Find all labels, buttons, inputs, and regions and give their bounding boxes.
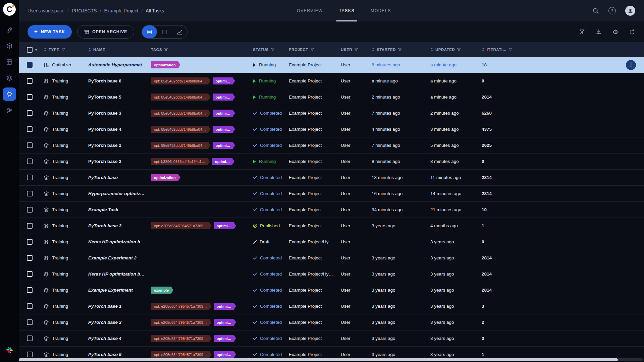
tag[interactable]: opt: 85e5482ddd7149b8ba04… [151,126,211,133]
dashboard-icon[interactable] [3,23,16,37]
breadcrumb-project[interactable]: Example Project [104,8,139,13]
filter-icon[interactable] [508,48,513,52]
task-name[interactable]: Example Experiment 2 [88,255,151,260]
task-name[interactable]: Example Task [88,207,151,212]
column-header-user[interactable]: USER [341,48,372,52]
task-row[interactable]: OptimizerAutomatic Hyperparamete…optimiz… [19,57,644,73]
tag[interactable]: optimi… [212,158,234,165]
tag[interactable]: opt: 85e5482ddd7149b8ba04… [151,77,211,84]
auto-refresh-icon[interactable] [629,29,635,35]
tag[interactable]: optimi… [213,126,235,133]
row-checkbox[interactable] [27,62,33,68]
tag[interactable]: opt: e205d684f7954571a7309… [151,319,212,326]
task-name[interactable]: PyTorch base 3 [88,223,151,228]
filter-icon[interactable] [61,48,65,52]
column-header-select[interactable]: ▾ [19,47,44,53]
tag[interactable]: opt: b3896b0363cd43c194c1… [151,158,210,165]
task-row[interactable]: TrainingPyTorch baseoptimizationComplete… [19,170,644,186]
column-header-updated[interactable]: UPDATED [430,48,482,52]
clear-filters-icon[interactable] [579,29,585,35]
slack-icon[interactable] [3,343,16,357]
tag[interactable]: opt: e205d684f7954571a7309… [151,303,212,310]
tab-overview[interactable]: OVERVIEW [297,0,323,21]
tag[interactable]: optimization [151,61,180,68]
breadcrumb-projects[interactable]: PROJECTS [72,8,97,13]
row-checkbox[interactable] [27,126,33,132]
tag[interactable]: optimi… [213,77,235,84]
tab-models[interactable]: MODELS [371,0,391,21]
task-name[interactable]: Hyperparameter optimizati… [88,191,151,196]
avatar-icon[interactable] [625,6,635,16]
row-checkbox[interactable] [27,175,33,180]
task-row[interactable]: TrainingPyTorch base 2opt: 85e5482ddd714… [19,137,644,154]
task-name[interactable]: PyTorch base [88,175,151,180]
select-all-checkbox[interactable] [27,47,33,53]
row-checkbox[interactable] [27,159,33,164]
task-name[interactable]: Keras HP optimization base [88,239,151,244]
task-row[interactable]: TrainingPyTorch base 2opt: b3896b0363cd4… [19,154,644,170]
row-checkbox[interactable] [27,271,33,277]
tag[interactable]: optimi… [214,303,236,310]
filter-icon[interactable] [271,48,275,52]
tag[interactable]: optimi… [214,319,236,326]
tag[interactable]: optimi… [214,351,236,358]
tag[interactable]: optimi… [213,110,235,117]
row-checkbox[interactable] [27,255,33,261]
column-header-tags[interactable]: TAGS [151,48,253,52]
tag[interactable]: optimi… [214,222,236,229]
task-name[interactable]: PyTorch base 5 [88,95,151,100]
task-row[interactable]: TrainingHyperparameter optimizati…Comple… [19,186,644,202]
table-view-icon[interactable] [142,25,157,38]
applications-icon[interactable] [3,87,16,101]
task-name[interactable]: Example Experiment [88,288,151,293]
sort-icon[interactable] [44,48,47,52]
tag[interactable]: opt: e205d684f7954571a7309… [151,222,212,229]
row-checkbox[interactable] [27,142,33,148]
row-checkbox[interactable] [27,303,33,309]
task-name[interactable]: Keras HP optimization base [88,272,151,277]
open-archive-button[interactable]: OPEN ARCHIVE [77,25,134,39]
row-checkbox[interactable] [27,223,33,229]
sort-icon[interactable] [372,48,375,52]
filter-icon[interactable] [457,48,461,52]
row-checkbox[interactable] [27,207,33,213]
search-icon[interactable] [593,8,599,14]
help-icon[interactable]: ? [608,7,616,14]
tag[interactable]: opt: 85e5482ddd7149b8ba04… [151,110,211,117]
filter-icon[interactable] [310,48,314,52]
task-name[interactable]: PyTorch base 1 [88,304,151,309]
task-name[interactable]: PyTorch base 3 [88,111,151,116]
pipelines-icon[interactable] [3,71,16,85]
clearml-logo[interactable]: C [3,3,16,16]
column-header-type[interactable]: TYPE [44,48,88,52]
row-checkbox[interactable] [27,336,33,341]
tag[interactable]: optimi… [213,142,235,149]
task-row[interactable]: TrainingKeras HP optimization baseDraftE… [19,234,644,250]
task-row[interactable]: TrainingExample Experiment 2CompletedExa… [19,250,644,266]
column-header-project[interactable]: PROJECT [289,48,341,52]
task-name[interactable]: PyTorch base 5 [88,352,151,357]
task-row[interactable]: TrainingPyTorch base 3opt: 85e5482ddd714… [19,105,644,121]
tab-tasks[interactable]: TASKS [339,0,355,21]
row-checkbox[interactable] [27,110,33,116]
row-checkbox[interactable] [27,352,33,357]
sort-icon[interactable] [482,48,485,52]
scrollbar-thumb[interactable] [19,358,618,361]
settings-icon[interactable]: ⚙ [612,28,618,36]
row-checkbox[interactable] [27,78,33,84]
task-name[interactable]: PyTorch base 4 [88,336,151,341]
task-name[interactable]: Automatic Hyperparamete… [88,62,151,67]
task-name[interactable]: PyTorch base 2 [88,320,151,325]
task-row[interactable]: TrainingPyTorch base 1opt: e205d684f7954… [19,298,644,314]
task-row[interactable]: TrainingPyTorch base 4opt: 85e5482ddd714… [19,121,644,137]
filter-icon[interactable] [354,48,358,52]
horizontal-scrollbar[interactable] [19,358,643,361]
task-name[interactable]: PyTorch base 4 [88,127,151,132]
workers-icon[interactable] [3,104,16,117]
split-view-icon[interactable] [157,25,172,38]
tag[interactable]: example [151,287,173,294]
row-checkbox[interactable] [27,239,33,245]
task-name[interactable]: PyTorch base 2 [88,159,151,164]
breadcrumb-workspace[interactable]: User's workspace [28,8,64,13]
task-row[interactable]: TrainingPyTorch base 4opt: e205d684f7954… [19,330,644,347]
